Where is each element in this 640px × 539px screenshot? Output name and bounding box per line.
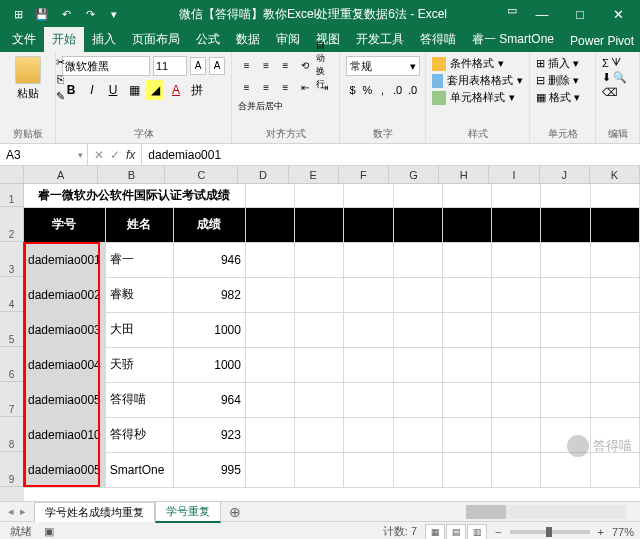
- conditional-format-button[interactable]: 条件格式 ▾: [432, 56, 523, 71]
- cell[interactable]: 946: [173, 242, 245, 277]
- tab-powerpivot[interactable]: Power Pivot: [562, 30, 640, 52]
- header-id[interactable]: 学号: [24, 207, 105, 242]
- underline-button[interactable]: U: [104, 80, 122, 100]
- clear-icon[interactable]: ⌫: [602, 86, 618, 99]
- undo-icon[interactable]: ↶: [56, 4, 76, 24]
- tab-home[interactable]: 开始: [44, 27, 84, 52]
- col-header[interactable]: H: [439, 166, 489, 184]
- cell[interactable]: 睿一: [105, 242, 173, 277]
- tab-developer[interactable]: 开发工具: [348, 27, 412, 52]
- cell[interactable]: dademiao005: [24, 382, 105, 417]
- col-header[interactable]: A: [24, 166, 99, 184]
- enter-formula-icon[interactable]: ✓: [110, 148, 120, 162]
- font-color-button[interactable]: A: [167, 80, 185, 100]
- cell[interactable]: dademiao001: [24, 242, 105, 277]
- row-header[interactable]: 9: [0, 452, 24, 487]
- row-header[interactable]: 6: [0, 347, 24, 382]
- horizontal-scrollbar[interactable]: [466, 505, 626, 519]
- zoom-out-icon[interactable]: −: [495, 526, 501, 538]
- cell[interactable]: 睿毅: [105, 277, 173, 312]
- page-layout-icon[interactable]: ▤: [446, 524, 466, 540]
- comma-icon[interactable]: ,: [376, 80, 389, 100]
- select-all-corner[interactable]: [0, 166, 24, 184]
- cell[interactable]: 天骄: [105, 347, 173, 382]
- find-icon[interactable]: 🔍: [613, 71, 627, 84]
- save-icon[interactable]: 💾: [32, 4, 52, 24]
- cell[interactable]: 答得秒: [105, 417, 173, 452]
- col-header[interactable]: I: [489, 166, 539, 184]
- paste-button[interactable]: 粘贴 ✂ ⎘ ✎: [6, 56, 49, 101]
- insert-cells-button[interactable]: ⊞ 插入 ▾: [536, 56, 589, 71]
- font-name-combo[interactable]: [62, 56, 150, 76]
- tab-file[interactable]: 文件: [4, 27, 44, 52]
- cell[interactable]: 964: [173, 382, 245, 417]
- format-painter-icon[interactable]: ✎: [53, 90, 67, 104]
- zoom-in-icon[interactable]: +: [598, 526, 604, 538]
- cell[interactable]: 982: [173, 277, 245, 312]
- tab-insert[interactable]: 插入: [84, 27, 124, 52]
- header-score[interactable]: 成绩: [173, 207, 245, 242]
- orientation-icon[interactable]: ⟲: [296, 56, 313, 74]
- row-header[interactable]: 5: [0, 312, 24, 347]
- normal-view-icon[interactable]: ▦: [425, 524, 445, 540]
- cell[interactable]: 大田: [105, 312, 173, 347]
- row-header[interactable]: 4: [0, 277, 24, 312]
- merge-center-button[interactable]: 合并后居中: [238, 100, 283, 113]
- row-header[interactable]: 8: [0, 417, 24, 452]
- fx-icon[interactable]: fx: [126, 148, 135, 162]
- cell[interactable]: 923: [173, 417, 245, 452]
- decrease-font-icon[interactable]: A: [209, 57, 225, 75]
- cell[interactable]: 答得喵: [105, 382, 173, 417]
- align-top-icon[interactable]: ≡: [238, 56, 255, 74]
- col-header[interactable]: E: [289, 166, 339, 184]
- zoom-level[interactable]: 77%: [612, 526, 634, 538]
- col-header[interactable]: F: [339, 166, 389, 184]
- increase-font-icon[interactable]: A: [190, 57, 206, 75]
- add-sheet-button[interactable]: ⊕: [221, 504, 249, 520]
- col-header[interactable]: K: [590, 166, 640, 184]
- maximize-button[interactable]: □: [562, 0, 598, 28]
- align-bottom-icon[interactable]: ≡: [277, 56, 294, 74]
- tab-addin2[interactable]: 睿一 SmartOne: [464, 27, 562, 52]
- close-button[interactable]: ✕: [600, 0, 636, 28]
- sheet-prev-icon[interactable]: ◂: [8, 505, 14, 518]
- cell[interactable]: 1000: [173, 312, 245, 347]
- copy-icon[interactable]: ⎘: [53, 73, 67, 87]
- record-macro-icon[interactable]: ▣: [44, 525, 54, 538]
- row-header[interactable]: 7: [0, 382, 24, 417]
- row-header[interactable]: 3: [0, 242, 24, 277]
- align-left-icon[interactable]: ≡: [238, 78, 255, 96]
- align-middle-icon[interactable]: ≡: [257, 56, 274, 74]
- formula-input[interactable]: dademiao001: [142, 144, 640, 165]
- wrap-text-button[interactable]: 自动换行: [316, 56, 333, 74]
- redo-icon[interactable]: ↷: [80, 4, 100, 24]
- tab-addin1[interactable]: 答得喵: [412, 27, 464, 52]
- cell[interactable]: dademiao002: [24, 277, 105, 312]
- cell[interactable]: dademiao005: [24, 452, 105, 487]
- header-name[interactable]: 姓名: [105, 207, 173, 242]
- col-header[interactable]: J: [540, 166, 590, 184]
- ribbon-options-icon[interactable]: ▭: [502, 0, 522, 20]
- tab-formulas[interactable]: 公式: [188, 27, 228, 52]
- number-format-combo[interactable]: 常规▾: [346, 56, 420, 76]
- cell[interactable]: dademiao010: [24, 417, 105, 452]
- cell[interactable]: dademiao003: [24, 312, 105, 347]
- tab-layout[interactable]: 页面布局: [124, 27, 188, 52]
- minimize-button[interactable]: —: [524, 0, 560, 28]
- sort-filter-icon[interactable]: ᗐ: [611, 56, 621, 69]
- decrease-decimal-icon[interactable]: .0: [406, 80, 419, 100]
- increase-decimal-icon[interactable]: .0: [391, 80, 404, 100]
- align-right-icon[interactable]: ≡: [277, 78, 294, 96]
- col-header[interactable]: B: [98, 166, 165, 184]
- col-header[interactable]: C: [165, 166, 238, 184]
- page-break-icon[interactable]: ▥: [467, 524, 487, 540]
- currency-icon[interactable]: $: [346, 80, 359, 100]
- align-center-icon[interactable]: ≡: [257, 78, 274, 96]
- cancel-formula-icon[interactable]: ✕: [94, 148, 104, 162]
- indent-right-icon[interactable]: ⇥: [316, 78, 333, 96]
- name-box[interactable]: A3: [0, 144, 88, 165]
- fill-icon[interactable]: ⬇: [602, 71, 611, 84]
- cell[interactable]: dademiao004: [24, 347, 105, 382]
- italic-button[interactable]: I: [83, 80, 101, 100]
- cells-area[interactable]: 睿一微软办公软件国际认证考试成绩 学号姓名成绩 dademiao001睿一946…: [24, 184, 640, 501]
